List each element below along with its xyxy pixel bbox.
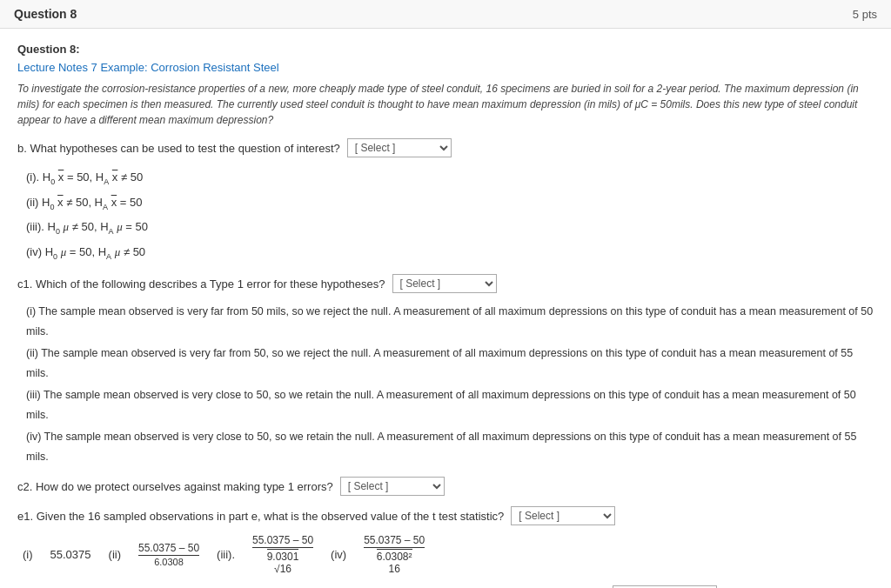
part-e1-section: e1. Given the 16 sampled observations in… <box>17 506 874 575</box>
part-c2-text: c2. How do we protect ourselves against … <box>17 480 333 493</box>
lecture-link[interactable]: Lecture Notes 7 Example: Corrosion Resis… <box>17 61 279 74</box>
pts-badge: 5 pts <box>853 8 877 21</box>
formula-iv-denom-top: 6.0308² <box>377 551 412 563</box>
hypothesis-item-1: (i). H0 x = 50, HA x ≠ 50 <box>26 166 874 190</box>
formula-iii-denom-top: 9.0301 <box>267 551 299 563</box>
part-c1-text: c1. Which of the following describes a T… <box>17 277 385 291</box>
question-body: Question 8: Lecture Notes 7 Example: Cor… <box>0 29 891 588</box>
option-c1-iii: (iii) The sample mean observed is very c… <box>26 385 874 424</box>
part-c2-section: c2. How do we protect ourselves against … <box>17 477 874 496</box>
formula-iii-numerator: 55.0375 – 50 <box>252 534 313 548</box>
option-c1-iv: (iv) The sample mean observed is very cl… <box>26 427 874 466</box>
question-title: Question 8 <box>14 7 77 21</box>
hypothesis-item-4: (iv) H0 μ = 50, HA μ ≠ 50 <box>26 241 874 264</box>
option-c1-ii: (ii) The sample mean observed is very fa… <box>26 344 874 383</box>
description-text: To investigate the corrosion-resistance … <box>17 81 874 128</box>
formula-iv-denom-bottom: 16 <box>388 563 399 575</box>
part-b-text: b. What hypotheses can be used to test t… <box>17 142 340 155</box>
formula-iii-label: (iii). <box>217 548 235 561</box>
formula-iii-denom-bottom: √16 <box>274 563 291 575</box>
part-e1-text: e1. Given the 16 sampled observations in… <box>17 510 504 523</box>
formula-i-label: (i) <box>23 548 33 561</box>
question-header: Question 8 5 pts <box>0 0 891 29</box>
part-b-select[interactable]: [ Select ] <box>347 138 452 157</box>
formula-iv-denom-frac: 6.0308² 16 <box>377 549 412 575</box>
formula-ii-numerator: 55.0375 – 50 <box>138 542 199 556</box>
hypothesis-list: (i). H0 x = 50, HA x ≠ 50 (ii) H0 x ≠ 50… <box>26 166 874 264</box>
formula-iv: 55.0375 – 50 6.0308² 16 <box>364 534 425 575</box>
formula-iii: 55.0375 – 50 9.0301 √16 <box>252 534 313 575</box>
formula-iv-label: (iv) <box>331 548 346 561</box>
formula-row: (i) 55.0375 (ii) 55.0375 – 50 6.0308 (ii… <box>23 534 874 575</box>
part-b-row: b. What hypotheses can be used to test t… <box>17 138 874 157</box>
part-c1-options: (i) The sample mean observed is very far… <box>26 302 874 466</box>
formula-ii: 55.0375 – 50 6.0308 <box>138 542 199 567</box>
question-label: Question 8: <box>17 43 874 56</box>
part-c2-row: c2. How do we protect ourselves against … <box>17 477 874 496</box>
formula-ii-label: (ii) <box>109 548 121 561</box>
part-e1-select[interactable]: [ Select ] <box>511 506 615 525</box>
hypothesis-item-2: (ii) H0 x ≠ 50, HA x = 50 <box>26 191 874 215</box>
part-c1-row: c1. Which of the following describes a T… <box>17 274 874 293</box>
part-e1-row: e1. Given the 16 sampled observations in… <box>17 506 874 525</box>
formula-i-value: 55.0375 <box>50 548 91 561</box>
hypothesis-item-3: (iii). H0 μ ≠ 50, HA μ = 50 <box>26 216 874 239</box>
page-wrapper: Question 8 5 pts Question 8: Lecture Not… <box>0 0 891 588</box>
part-c1-section: c1. Which of the following describes a T… <box>17 274 874 466</box>
part-c2-select[interactable]: [ Select ] <box>340 477 445 496</box>
option-c1-i: (i) The sample mean observed is very far… <box>26 302 874 341</box>
formula-ii-denominator: 6.0308 <box>154 557 184 567</box>
formula-iii-denom-frac: 9.0301 √16 <box>267 549 299 575</box>
formula-iv-numerator: 55.0375 – 50 <box>364 534 425 548</box>
part-c1-select[interactable]: [ Select ] <box>392 274 497 293</box>
